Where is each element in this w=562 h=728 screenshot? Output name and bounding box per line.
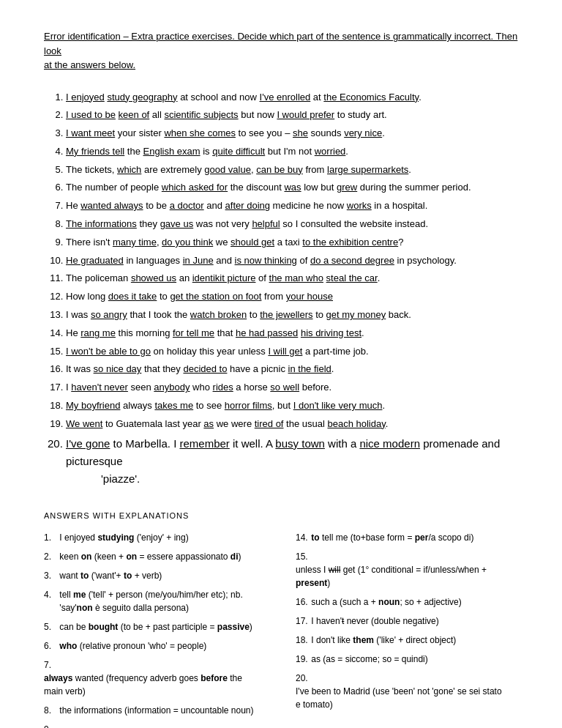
answer-item: 1. I enjoyed studying ('enjoy' + ing) — [44, 531, 266, 544]
answer-num: 3. — [44, 569, 57, 582]
answer-content: as (as = siccome; so = quindi) — [311, 653, 427, 666]
answers-section: ANSWERS WITH EXPLANATIONS 1. I enjoyed s… — [44, 510, 518, 728]
list-item: I've gone to Marbella. I remember it wel… — [66, 435, 518, 488]
answer-item: 18. I don't like them ('like' + direct o… — [296, 634, 518, 647]
answer-num: 7. — [44, 658, 57, 672]
answer-num: 17. — [296, 614, 309, 628]
instruction-text: Error identification – Extra practice ex… — [44, 31, 517, 70]
answer-num: 1. — [44, 531, 57, 544]
answer-content: the informations (information = uncounta… — [59, 704, 253, 717]
answer-num: 2. — [44, 550, 57, 563]
list-item: The policeman showed us an identikit pic… — [66, 271, 518, 286]
list-item: I was so angry that I took the watch bro… — [66, 308, 518, 323]
answer-num: 8. — [44, 704, 57, 717]
exercises-section: I enjoyed study geography at school and … — [44, 90, 518, 488]
answer-content: always wanted (frequency adverb goes bef… — [44, 672, 256, 698]
answer-num: 19. — [296, 653, 309, 666]
list-item: The informations they gave us was not ve… — [66, 217, 518, 232]
list-item: I used to be keen of all scientific subj… — [66, 108, 518, 123]
list-item: I want meet your sister when she comes t… — [66, 126, 518, 141]
answer-content: keen on (keen + on = essere appassionato… — [59, 550, 241, 563]
answer-content: I enjoyed studying ('enjoy' + ing) — [59, 531, 188, 544]
answer-content: tell me ('tell' + person (me/you/him/her… — [59, 588, 242, 614]
list-item: It was so nice day that they decided to … — [66, 362, 518, 377]
list-item: I enjoyed study geography at school and … — [66, 90, 518, 105]
answer-content: unless I will get (1° conditional = if/u… — [296, 563, 508, 590]
answer-content: want to ('want'+ to + verb) — [59, 569, 162, 582]
answer-num: 15. — [296, 550, 309, 563]
answer-item: 5. can be bought (to be + past participl… — [44, 620, 266, 634]
answer-num: 14. — [296, 531, 309, 544]
answer-num: 20. — [296, 672, 309, 685]
answer-item: 17. I haven't never (double negative) — [296, 614, 518, 628]
answers-title: ANSWERS WITH EXPLANATIONS — [44, 510, 518, 523]
list-item: The tickets, which are extremely good va… — [66, 163, 518, 178]
list-item: The number of people which asked for the… — [66, 180, 518, 196]
answer-item: 20. I've been to Madrid (use 'been' not … — [296, 672, 518, 711]
answers-left-column: 1. I enjoyed studying ('enjoy' + ing) 2.… — [44, 531, 266, 728]
answer-item: 4. tell me ('tell' + person (me/you/him/… — [44, 588, 266, 614]
list-item: I haven't never seen anybody who rides a… — [66, 380, 518, 395]
answer-content: to tell me (to+base form = per/a scopo d… — [311, 531, 473, 544]
answer-content: I don't like them ('like' + direct objec… — [311, 634, 456, 647]
answer-content: I haven't never (double negative) — [311, 614, 438, 628]
list-item: My boyfriend always takes me to see horr… — [66, 398, 518, 414]
answer-item: 15. unless I will get (1° conditional = … — [296, 550, 518, 590]
answer-num: 6. — [44, 639, 57, 653]
answer-content: who (relative pronoun 'who' = people) — [59, 639, 206, 653]
list-item: There isn't many time, do you think we s… — [66, 235, 518, 250]
list-item: He wanted always to be a doctor and afte… — [66, 198, 518, 214]
answer-item: 14. to tell me (to+base form = per/a sco… — [296, 531, 518, 544]
list-item: He graduated in languages in June and is… — [66, 253, 518, 269]
answers-grid: 1. I enjoyed studying ('enjoy' + ing) 2.… — [44, 531, 518, 728]
answer-item: 16. such a (such a + noun; so + adjectiv… — [296, 595, 518, 609]
list-item: How long does it take to get the station… — [66, 289, 518, 305]
exercise-list: I enjoyed study geography at school and … — [66, 90, 518, 488]
piazze-text: 'piazze'. — [101, 472, 140, 485]
instruction-header: Error identification – Extra practice ex… — [44, 29, 518, 73]
answer-item: 9. much time ('much' with uncountable no… — [44, 723, 266, 728]
answer-content: such a (such a + noun; so + adjective) — [311, 595, 461, 609]
list-item: I won't be able to go on holiday this ye… — [66, 344, 518, 360]
answer-item: 19. as (as = siccome; so = quindi) — [296, 653, 518, 666]
answers-right-column: 14. to tell me (to+base form = per/a sco… — [296, 531, 518, 728]
list-item: We went to Guatemala last year as we wer… — [66, 417, 518, 432]
answer-num: 16. — [296, 595, 309, 609]
answer-num: 5. — [44, 620, 57, 634]
answer-item: 2. keen on (keen + on = essere appassion… — [44, 550, 266, 563]
answer-content: can be bought (to be + past participle =… — [59, 620, 252, 634]
page-container: Error identification – Extra practice ex… — [44, 29, 518, 728]
answer-item: 6. who (relative pronoun 'who' = people) — [44, 639, 266, 653]
answer-content: I've been to Madrid (use 'been' not 'gon… — [296, 685, 508, 711]
list-item: He rang me this morning for tell me that… — [66, 326, 518, 341]
answer-num: 9. — [44, 723, 57, 728]
answer-item: 7. always wanted (frequency adverb goes … — [44, 658, 266, 698]
answer-num: 18. — [296, 634, 309, 647]
answer-num: 4. — [44, 588, 57, 601]
list-item: My friends tell the English exam is quit… — [66, 144, 518, 160]
answer-item: 3. want to ('want'+ to + verb) — [44, 569, 266, 582]
answer-item: 8. the informations (information = uncou… — [44, 704, 266, 717]
